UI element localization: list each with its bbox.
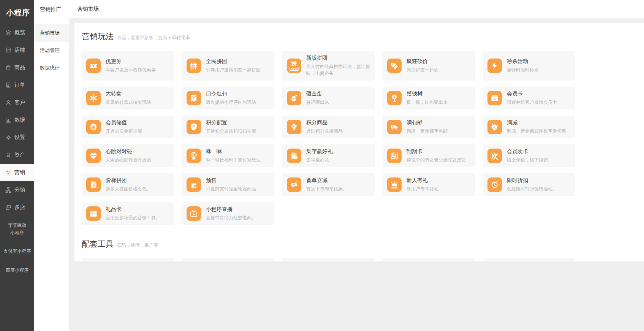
sidebar-item-asset[interactable]: 资产 (0, 146, 34, 164)
submenu-item-activity-manage[interactable]: 活动管理 (34, 42, 69, 59)
feature-card[interactable]: 阶梯拼团越多人拼团价格更低。 (82, 173, 174, 196)
card-description: 购满一定金额享包邮 (407, 128, 448, 135)
sidebar-item-multistore[interactable]: 多店 (0, 199, 34, 216)
section-subtitle: 扫码，社区，推广等 (117, 242, 158, 249)
feature-card[interactable]: 拼NEW新版拼团先支付的经典拼团玩法，原汁原味，电商必备。 (282, 51, 375, 81)
sidebar-item-label: 数据 (14, 117, 25, 124)
order-doc-icon (5, 82, 12, 89)
sidebar-item-label: 订单 (14, 82, 25, 89)
marketing-panel: 营销玩法 导流，老客带新客，提高下单转化率 ¥优惠券向客户发放小程序优惠券拼全民… (74, 23, 644, 261)
feature-card[interactable]: 社区管理管理社区话题 (182, 258, 274, 261)
feature-card[interactable]: 预售可提前支付定金预定商品 (182, 173, 274, 196)
storefront-icon (5, 47, 12, 54)
feature-card[interactable]: 扫码购扫码购物，线上线下相结合 (483, 258, 575, 261)
sidebar-item-goods[interactable]: 商品 (0, 59, 34, 76)
feature-card[interactable]: 积积分配置开通积分发放和抵扣功能 (182, 116, 274, 138)
card-description: 可提前支付定金预定商品 (206, 185, 256, 192)
feature-card[interactable]: 秒杀活动倒计时限时秒杀 (483, 51, 575, 81)
feature-card[interactable]: 商品推广生成商品推广海报 (282, 258, 375, 261)
sidebar-item-label: 多店 (14, 204, 25, 211)
section-title: 营销玩法 (82, 31, 114, 42)
card-title: 首单立减 (306, 177, 347, 184)
feature-card[interactable]: 会员储值开通会员储值功能 (82, 116, 174, 138)
submenu-item-marketing-market[interactable]: 营销市场 (34, 24, 69, 42)
feature-card[interactable]: 心跳对对碰人家的心脏扑通扑通的 (82, 144, 174, 167)
feature-card[interactable]: 砸金蛋好运砸出来 (282, 87, 375, 109)
ci-char-icon: 次 (487, 149, 502, 163)
submenu-header: 营销推广 (34, 0, 69, 18)
member-card-icon: V (487, 91, 502, 105)
feature-card[interactable]: 大转盘常见的转盘式抽奖玩法 (82, 87, 174, 109)
pin-char-icon: 拼 (187, 59, 201, 73)
card-title: 满减 (507, 119, 566, 126)
feature-card[interactable]: 拼全民拼团引导用户邀请朋友一起拼团 (182, 51, 274, 81)
sidebar-item-overview[interactable]: 概览 (0, 24, 34, 41)
card-title: 摇钱树 (407, 90, 448, 97)
feature-card[interactable]: 支付推广高效刺激客户复购 (383, 258, 475, 261)
sidebar-item-customer[interactable]: 客户 (0, 94, 34, 111)
feature-card[interactable]: 邮满包邮购满一定金额享包邮 (383, 116, 475, 138)
sidebar-item-label: 设置 (14, 134, 25, 141)
card-title: 口令红包 (206, 90, 256, 97)
support-tools-grid: 当面付创建和管理店铺收款码社区管理管理社区话题商品推广生成商品推广海报支付推广高… (82, 258, 636, 261)
card-description: 开通积分发放和抵扣功能 (206, 128, 256, 135)
goods-bag-icon (5, 64, 12, 71)
card-title: 优惠券 (106, 58, 156, 65)
section-marketing-plays: 营销玩法 导流，老客带新客，提高下单转化率 ¥优惠券向客户发放小程序优惠券拼全民… (82, 31, 636, 225)
feature-card[interactable]: V会员卡设置并给客户发放会员卡 (483, 87, 575, 109)
sidebar-item-order[interactable]: 订单 (0, 76, 34, 94)
feature-card[interactable]: ¥首单立减首次下单即享优惠。 (282, 173, 375, 196)
feature-card[interactable]: 疯狂砍价亲朋好友一起砍 (383, 51, 475, 81)
sidebar-item-marketing[interactable]: 营销 (0, 164, 34, 181)
card-description: 亲朋好友一起砍 (407, 67, 438, 73)
layers-icon (5, 29, 12, 36)
bar-chart-icon (5, 117, 12, 124)
sidebar-item-shop[interactable]: 店铺 (0, 41, 34, 59)
feature-card[interactable]: 当面付创建和管理店铺收款码 (82, 258, 174, 261)
sidebar-item-label: 资产 (14, 152, 25, 158)
main-area: 营销市场 营销玩法 导流，老客带新客，提高下单转化率 ¥优惠券向客户发放小程序优… (69, 0, 644, 331)
feature-card[interactable]: ¥优惠券向客户发放小程序优惠券 (82, 51, 174, 81)
card-title: 秒杀活动 (507, 58, 539, 65)
card-title: 新人有礼 (407, 177, 438, 184)
app-title: 小程序 (0, 0, 34, 24)
feature-card[interactable]: %满减购满一定金额或件数享受优惠 (483, 116, 575, 138)
card-description: 最火爆的小程序红包玩法 (206, 99, 256, 106)
feature-card[interactable]: 限时折扣创建限时打折促销活动。 (483, 173, 575, 196)
marketing-share-icon (5, 169, 12, 176)
submenu-item-data-statistics[interactable]: 数据统计 (34, 59, 69, 77)
card-title: 会员储值 (106, 119, 142, 126)
medal-icon (5, 152, 12, 158)
sidebar-item-distribution[interactable]: 分销 (0, 181, 34, 199)
card-description: 倒计时限时秒杀 (507, 67, 539, 73)
svg-text:积: 积 (293, 125, 296, 128)
gua-char-icon: 刮 (387, 149, 402, 163)
customer-icon (5, 99, 12, 106)
feature-card[interactable]: ¥摇钱树摇一摇，红包要出来 (383, 87, 475, 109)
card-title: 积分配置 (206, 119, 256, 126)
sidebar-item-alipay-mini[interactable]: 支付宝小程序 (0, 242, 34, 261)
card-description: 越多人拼团价格更低。 (106, 185, 151, 192)
card-title: 预售 (206, 177, 256, 184)
feature-card[interactable]: 礼品卡应用更多场景的营销工具。 (82, 202, 174, 225)
card-title: 心跳对对碰 (106, 148, 151, 155)
feature-card[interactable]: 令口令红包最火爆的小程序红包玩法 (182, 87, 274, 109)
feature-card[interactable]: 咻一咻咻一咻抢福利！支付宝玩法 (182, 144, 274, 167)
svg-text:邮: 邮 (392, 125, 394, 128)
sidebar-item-bytedance-mini[interactable]: 字节跳动 小程序 (0, 216, 34, 242)
feature-card[interactable]: 积积分商品通过积分兑换商品 (282, 116, 375, 138)
feature-card[interactable]: 次会员次卡线上储值，线下核销 (483, 144, 575, 167)
sidebar-item-data[interactable]: 数据 (0, 111, 34, 129)
feature-card[interactable]: 刮刮刮卡传说中的男女老少通吃就是它 (383, 144, 475, 167)
secondary-sidebar: 营销推广 营销市场活动管理数据统计 (34, 0, 69, 331)
red-envelope-icon: 令 (187, 91, 201, 105)
sidebar-item-settings[interactable]: 设置 (0, 129, 34, 146)
first-order-icon: ¥ (287, 177, 301, 192)
feature-card[interactable]: NEW新人有礼新用户专享好礼 (383, 173, 475, 196)
topbar-tab-marketing-market[interactable]: 营销市场 (78, 6, 99, 13)
card-title: 积分商品 (306, 119, 343, 126)
feature-card[interactable]: 小程序直播直播带货助力社交电商。 (182, 202, 274, 225)
sitemap-icon (5, 187, 12, 193)
feature-card[interactable]: 集集字赢好礼集字赢好礼 (282, 144, 375, 167)
sidebar-item-baidu-mini[interactable]: 百度小程序 (0, 261, 34, 280)
